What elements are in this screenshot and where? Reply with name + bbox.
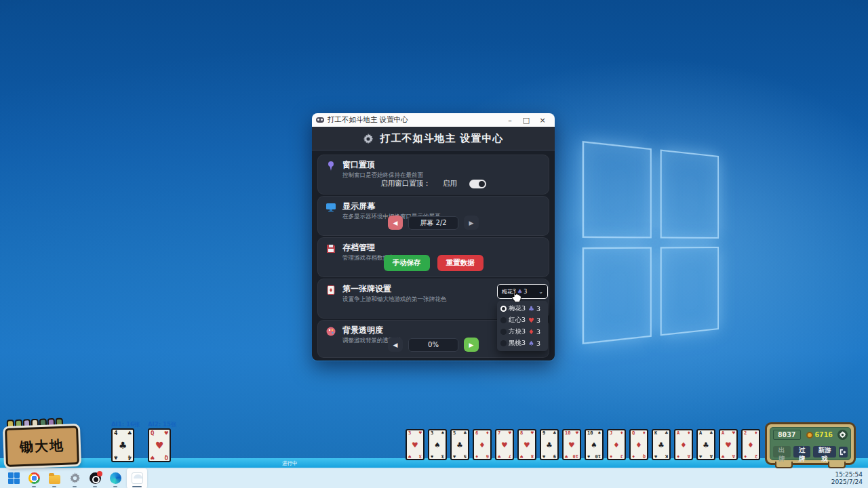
pin-toggle-value: 启用 — [443, 179, 457, 188]
edge-icon — [110, 472, 121, 484]
opacity-value: 0% — [408, 338, 458, 352]
screen-indicator: 屏幕 2/2 — [408, 216, 458, 230]
hand-card-3♥[interactable]: 3♥♥3♥ — [406, 429, 425, 460]
hand-card-9♣[interactable]: 9♣♣9♣ — [540, 429, 559, 460]
section-description: 设置争上游和锄大地游戏的第一张牌花色 — [342, 296, 446, 304]
pin-toggle-switch[interactable] — [469, 180, 486, 188]
hand-card-J♦[interactable]: J♦♦J♦ — [607, 429, 626, 460]
hand-card-A♥[interactable]: A♥♥A♥ — [719, 429, 738, 460]
settings-header: 打工不如斗地主 设置中心 — [312, 127, 555, 150]
minimize-button[interactable]: – — [502, 116, 518, 125]
panel-screen: 8037 6716 出牌 过牌 新游戏 — [770, 427, 851, 460]
new-game-button[interactable]: 新游戏 — [813, 446, 835, 458]
hand-card-A♦[interactable]: A♦♦A♦ — [674, 429, 693, 460]
hand-card-2♦[interactable]: 2♦♦2♦ — [741, 429, 760, 460]
taskbar-item-active-app[interactable] — [127, 468, 147, 488]
windows-wallpaper-logo — [583, 141, 719, 344]
hand-card-3♠[interactable]: 3♠♠3♠ — [428, 429, 447, 460]
chevron-down-icon: ⌄ — [538, 289, 543, 295]
heart-suit-icon: ♥ — [528, 317, 534, 324]
ai2-card: Q♥ ♥ Q♥ — [148, 428, 171, 462]
radio-icon — [500, 306, 507, 312]
ai1-card: 4♣ ♣ 4♣ — [111, 428, 134, 462]
game-logo: 锄大地 — [5, 426, 79, 467]
hand-card-7♥[interactable]: 7♥♥7♥ — [495, 429, 514, 460]
spade-suit-icon: ♠ — [528, 340, 534, 347]
taskbar-clock[interactable]: 15:25:54 2025/7/24 — [831, 471, 868, 486]
hand-card-8♥[interactable]: 8♥♥8♥ — [517, 429, 536, 460]
radio-icon — [500, 340, 507, 346]
player-hand: 3♥♥3♥3♠♠3♠5♣♣5♣6♦♦6♦7♥♥7♥8♥♥8♥9♣♣9♣10♥♥1… — [406, 429, 760, 460]
score-display: 8037 — [773, 430, 801, 440]
taskbar-icons — [0, 468, 149, 488]
clock-date: 2025/7/24 — [831, 479, 863, 486]
clock-time: 15:25:54 — [831, 471, 863, 479]
manual-save-button[interactable]: 手动保存 — [384, 255, 430, 271]
section-window-pin: 窗口置顶 控制窗口是否始终保持在最前面 启用窗口置顶： 启用 — [317, 155, 549, 195]
section-title: 显示屏幕 — [342, 201, 441, 211]
section-title: 背景透明度 — [342, 325, 400, 335]
app-window-icon — [132, 472, 143, 484]
gear-icon — [69, 472, 81, 484]
maximize-button[interactable]: □ — [518, 116, 534, 125]
pin-toggle-label: 启用窗口置顶： — [380, 179, 431, 188]
hand-card-5♣[interactable]: 5♣♣5♣ — [450, 429, 469, 460]
play-cards-button[interactable]: 出牌 — [773, 446, 791, 458]
pin-icon — [326, 161, 336, 171]
coin-icon — [806, 432, 813, 439]
floppy-icon — [326, 243, 336, 254]
taskbar-item-edge[interactable] — [105, 468, 125, 488]
gear-icon — [839, 431, 846, 439]
close-button[interactable]: × — [534, 116, 551, 125]
hand-card-A♣[interactable]: A♣♣A♣ — [696, 429, 715, 460]
exit-icon — [840, 449, 846, 455]
dropdown-option-spade[interactable]: 黑桃3♠3 — [497, 338, 548, 349]
opacity-prev-button[interactable]: ◀ — [388, 338, 403, 352]
exit-button[interactable] — [839, 447, 848, 458]
monitor-icon — [326, 202, 336, 213]
section-title: 存档管理 — [342, 243, 406, 252]
game-control-panel: 8037 6716 出牌 过牌 新游戏 — [765, 422, 856, 465]
taskbar-item-file-explorer[interactable] — [44, 468, 64, 488]
palette-icon — [326, 326, 336, 337]
taskbar-item-settings[interactable] — [64, 468, 85, 488]
hand-card-Q♦[interactable]: Q♦♦Q♦ — [629, 429, 648, 460]
start-button[interactable] — [3, 468, 24, 488]
taskbar: 15:25:54 2025/7/24 — [0, 468, 868, 488]
settings-title: 打工不如斗地主 设置中心 — [380, 132, 503, 145]
first-card-menu: 梅花3♣3红心3♥3方块3♦3黑桃3♠3 — [497, 301, 548, 351]
coins-display: 6716 — [815, 430, 833, 439]
section-display-screen: 显示屏幕 在多显示器环境中切换窗口显示的屏幕 ◀ 屏幕 2/2 ▶ — [317, 196, 549, 236]
hand-card-10♠[interactable]: 10♠♠10♠ — [585, 429, 604, 460]
dropdown-option-club[interactable]: 梅花3♣3 — [497, 303, 548, 314]
pass-button[interactable]: 过牌 — [793, 446, 811, 458]
section-save-management: 存档管理 管理游戏存档数据和设置 手动保存 重置数据 — [317, 237, 549, 277]
section-title: 窗口置顶 — [342, 160, 423, 169]
screen-prev-button[interactable]: ◀ — [388, 216, 403, 230]
taskbar-item-chrome[interactable] — [24, 468, 44, 488]
chrome-icon — [28, 472, 40, 484]
window-title: 打工不如斗地主 设置中心 — [328, 115, 502, 125]
folder-icon — [49, 475, 60, 484]
panel-settings-button[interactable] — [837, 430, 848, 440]
game-status-text: 进行中 — [282, 460, 298, 467]
hand-card-K♣[interactable]: K♣♣K♣ — [652, 429, 671, 460]
screen-next-button[interactable]: ▶ — [464, 216, 479, 230]
hand-card-10♥[interactable]: 10♥♥10♥ — [562, 429, 581, 460]
club-suit-icon: ♣ — [528, 305, 534, 312]
dropdown-option-heart[interactable]: 红心3♥3 — [497, 314, 548, 326]
taskbar-item-obs[interactable] — [85, 468, 105, 488]
settings-window: 打工不如斗地主 设置中心 – □ × 打工不如斗地主 设置中心 窗口置顶 — [312, 113, 555, 361]
section-title: 第一张牌设置 — [342, 284, 446, 293]
desktop-stage: 打工不如斗地主 设置中心 – □ × 打工不如斗地主 设置中心 窗口置顶 — [0, 0, 868, 488]
first-card-dropdown[interactable]: 梅花3 ♣ 3 ⌄ — [497, 284, 548, 299]
hand-card-6♦[interactable]: 6♦♦6♦ — [473, 429, 492, 460]
titlebar[interactable]: 打工不如斗地主 设置中心 – □ × — [312, 113, 555, 127]
dropdown-option-diamond[interactable]: 方块3♦3 — [497, 326, 548, 338]
radio-icon — [500, 317, 507, 323]
diamond-suit-icon: ♦ — [528, 328, 534, 336]
radio-icon — [500, 329, 507, 335]
playing-card-icon — [326, 285, 336, 296]
opacity-next-button[interactable]: ▶ — [464, 338, 479, 352]
reset-data-button[interactable]: 重置数据 — [437, 255, 484, 271]
